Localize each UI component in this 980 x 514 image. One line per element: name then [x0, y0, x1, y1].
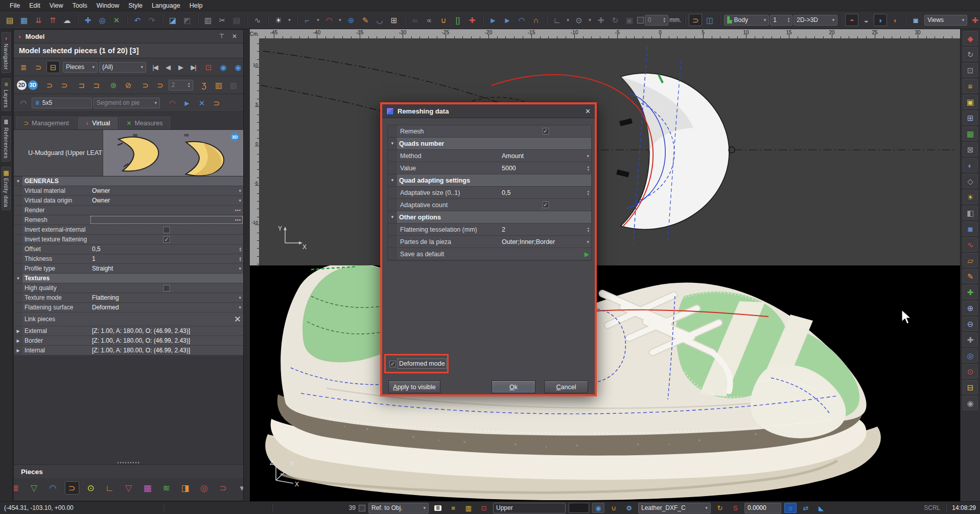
segment-add-icon[interactable]: ◠ [17, 97, 30, 109]
mountain-icon[interactable]: ◨ [178, 481, 193, 495]
collapse-arrow-icon[interactable]: ▼ [388, 211, 397, 223]
property-value-virtual-material[interactable]: Owner▾ [90, 186, 243, 195]
property-row-flattening-tesselation-mm[interactable]: Flattening tesselation (mm)2▴▾ [388, 224, 591, 236]
property-value-render[interactable]: ⋯ [90, 206, 243, 215]
smooth-curve-icon[interactable]: ∿ [251, 14, 264, 26]
deformed-mode-checkbox[interactable]: ✓ [389, 361, 396, 367]
badge-2d[interactable]: 2D [17, 80, 27, 90]
spinner-arrows-icon[interactable]: ▴▾ [788, 17, 790, 23]
apply-to-visible-button[interactable]: Apply to visible [388, 381, 440, 393]
chevron-down-icon[interactable]: ▾ [239, 198, 241, 203]
add-point-icon[interactable]: ✚ [963, 285, 978, 299]
layers-status-icon[interactable]: ≡ [447, 503, 459, 513]
last-red-icon[interactable]: ◖ [888, 14, 901, 26]
show-all-eye-icon[interactable]: ◉ [217, 61, 230, 73]
shoe-slice-top-icon[interactable]: ◓ [845, 14, 858, 26]
chevron-down-icon[interactable]: ▾ [239, 305, 241, 310]
property-row-adaptative-count[interactable]: Adaptative count✓ [388, 199, 591, 211]
property-value-flattening-surface[interactable]: Deformed▾ [90, 303, 243, 312]
shoe-sync-icon[interactable]: S [729, 503, 741, 513]
angle-value-field[interactable]: 0.0000 [744, 503, 781, 513]
clear-link-icon[interactable]: ✕ [234, 314, 241, 325]
ok-button[interactable]: Ok [492, 381, 535, 393]
piece-remove2-icon[interactable]: ⊐ [90, 79, 103, 91]
spinner-arrows-icon[interactable]: ▴▾ [239, 247, 241, 252]
mirror-icon[interactable]: Ʒ [197, 79, 211, 91]
zoom-icon[interactable]: ◎ [96, 14, 109, 26]
chevron-down-icon[interactable]: ▾ [587, 239, 589, 244]
menu-item-help[interactable]: Help [185, 1, 207, 10]
property-value-partes-de-la-pieza[interactable]: Outer;Inner;Border▾ [500, 236, 591, 248]
pan-icon[interactable]: ✚ [81, 14, 95, 26]
selection-frame-icon[interactable]: ⊡ [478, 503, 490, 513]
node-add-icon[interactable]: ✚ [465, 14, 479, 26]
mesh-icon[interactable]: ⊠ [963, 142, 978, 157]
sole-piece-icon[interactable]: ◠ [46, 481, 60, 495]
expand-arrow-icon[interactable]: ▶ [14, 336, 22, 345]
piece-dots-icon[interactable]: ⊃ [216, 481, 230, 495]
eraser-icon[interactable]: ◪ [166, 14, 179, 26]
property-row-virtual-material[interactable]: Virtual materialOwner▾ [14, 186, 243, 196]
curve-select-icon[interactable]: ◠ [515, 14, 528, 26]
property-value-internal[interactable]: [Z: 1.00, A: 180.00, O: (46.99, 2.43)] [90, 346, 243, 355]
checkbox[interactable]: ✓ [542, 128, 549, 135]
pieces-subfilter-dropdown[interactable]: (All)▾ [99, 62, 146, 73]
ruler-add-icon[interactable]: ⊞ [387, 14, 401, 26]
piece-preview-area[interactable]: ∞ ∞ 3D [103, 130, 243, 176]
property-value-save-as-default[interactable]: ▶ [500, 248, 591, 260]
property-value-invert-external-internal[interactable] [90, 225, 243, 234]
viewport-3d-canvas[interactable] [250, 265, 960, 501]
target-icon[interactable]: ⊙ [963, 364, 978, 378]
zoom-in-icon[interactable]: ⊕ [963, 301, 978, 315]
dialog-titlebar[interactable]: Remeshing data ✕ [382, 104, 595, 118]
barcode-icon[interactable]: Ⅲ [432, 503, 444, 513]
viewport[interactable]: Cm. -45-40-35-30-25-20-15-10-50510152025… [250, 29, 960, 501]
chevron-down-icon[interactable]: ▾ [239, 266, 241, 271]
body-number-spinner[interactable]: 1▴▾ [770, 15, 792, 26]
nav-next-button[interactable]: ▶ [175, 61, 186, 73]
measure-view-icon[interactable]: ⊟ [963, 380, 978, 394]
mode-2d3d-dropdown[interactable]: 2D->3D▾ [794, 15, 837, 26]
link-node-icon[interactable]: ∝ [423, 14, 436, 26]
panel-splitter[interactable] [14, 461, 243, 464]
checkbox[interactable] [164, 227, 170, 233]
curve-nodes-icon[interactable]: ◡ [373, 14, 386, 26]
property-row-render[interactable]: Render⋯ [14, 206, 243, 215]
collapse-arrow-icon[interactable]: ▼ [388, 138, 397, 149]
side-tab-layers[interactable]: ≡Layers [2, 78, 11, 111]
import-model-icon[interactable]: ⇊ [32, 14, 45, 26]
paste-icon[interactable]: ▤ [230, 14, 243, 26]
play-icon[interactable]: ▶ [585, 251, 589, 258]
shoe-add-icon[interactable]: ✚ [968, 14, 980, 26]
layer-name-field[interactable]: Upper [493, 503, 566, 513]
property-value-remesh[interactable]: ⋯ [90, 215, 243, 225]
viewport-home-icon[interactable]: ◆ [963, 31, 978, 46]
upper-piece-icon[interactable]: ⊃ [65, 481, 79, 495]
menu-item-tools[interactable]: Tools [68, 1, 92, 10]
ghost-piece-icon[interactable]: ▥ [227, 79, 240, 91]
property-row-adaptative-size-0-1[interactable]: Adaptative size (0..1)0,5▴▾ [388, 187, 591, 199]
piece-count-spinner[interactable]: 2▴▾ [169, 80, 193, 91]
section-quad-adapting-settings[interactable]: ▼Quad adapting settings [388, 174, 591, 187]
copy-piece-icon[interactable]: ▥ [212, 79, 225, 91]
pieces-grid-icon[interactable]: ≣ [17, 61, 30, 73]
body-dropdown[interactable]: ▙Body▾ [724, 15, 769, 26]
property-value-high-quality[interactable] [90, 283, 243, 293]
flatten-icon[interactable]: ▱ [963, 253, 978, 267]
arc-add-icon[interactable]: ◠ [322, 14, 336, 26]
property-row-high-quality[interactable]: High quality [14, 283, 243, 293]
light-add-icon[interactable]: ☀ [272, 14, 285, 26]
collapse-arrow-icon[interactable]: ▼ [14, 176, 22, 186]
piece-preview-row[interactable]: U-Mudguard (Upper LEATHER ∞ ∞ 3D [14, 130, 243, 176]
layered-shoes-icon[interactable]: ≋ [159, 481, 174, 495]
copy-to-layer-icon[interactable]: ▥ [462, 503, 475, 513]
export-model-icon[interactable]: ⇈ [46, 14, 59, 26]
grid-view-icon[interactable]: ⊞ [963, 110, 978, 125]
menu-item-edit[interactable]: Edit [25, 1, 45, 10]
unlink-icon[interactable]: ∞ [408, 14, 422, 26]
paint-icon[interactable]: ✎ [963, 269, 978, 283]
chevron-down-icon[interactable]: ▾ [239, 188, 241, 193]
nav-first-button[interactable]: |◀ [149, 61, 160, 73]
piece-select-icon[interactable]: ⊃ [689, 14, 702, 26]
visibility-eye-icon[interactable]: ◉ [592, 503, 604, 513]
